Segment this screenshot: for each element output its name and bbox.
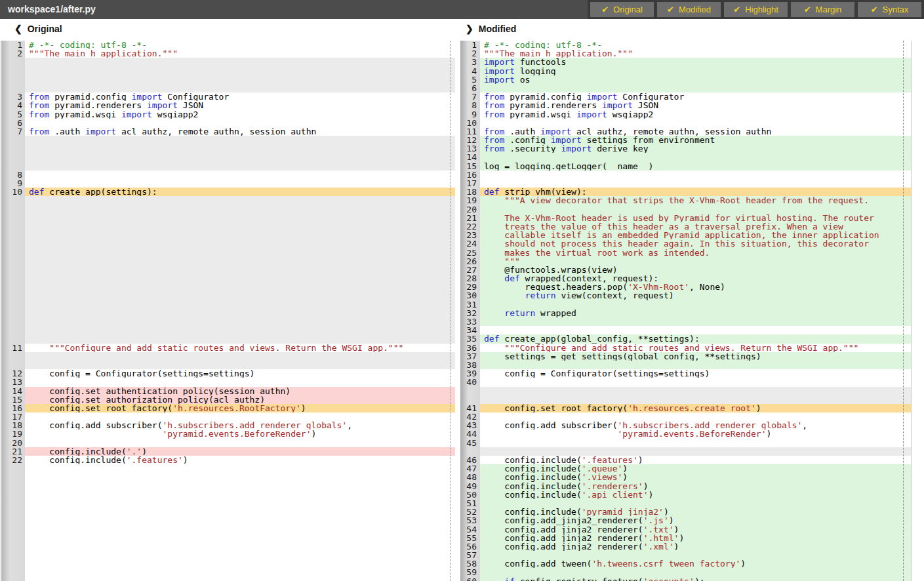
code-row: 52 config.include('pyramid_jinja2') bbox=[460, 508, 911, 516]
toggle-highlight-button[interactable]: ✔Highlight bbox=[724, 2, 788, 17]
line-number: 13 bbox=[0, 378, 25, 386]
code-line bbox=[480, 84, 911, 92]
code-row: 16 bbox=[460, 170, 911, 179]
code-row: 59 bbox=[460, 568, 911, 576]
line-number bbox=[0, 464, 25, 473]
original-pane-header: ❮Original bbox=[14, 24, 62, 34]
line-number bbox=[0, 326, 25, 334]
line-number bbox=[0, 525, 25, 534]
code-line: import functools bbox=[480, 58, 911, 66]
code-line bbox=[25, 231, 455, 239]
line-number bbox=[0, 491, 25, 499]
code-row bbox=[0, 326, 455, 334]
code-line bbox=[25, 257, 455, 266]
code-row bbox=[0, 205, 455, 214]
code-row: 15 config.set_authorization_policy(acl_a… bbox=[0, 395, 455, 404]
code-line bbox=[25, 508, 455, 516]
code-row: 19 'pyramid.events.BeforeRender') bbox=[0, 430, 455, 438]
code-row bbox=[0, 491, 455, 499]
window-title: workspace1/after.py bbox=[0, 0, 96, 19]
code-row bbox=[0, 473, 455, 481]
code-line: from pyramid.wsgi import wsgiapp2 bbox=[25, 110, 455, 119]
code-line bbox=[25, 291, 455, 300]
code-line: from pyramid.wsgi import wsgiapp2 bbox=[480, 110, 911, 119]
code-line bbox=[25, 153, 455, 161]
code-row: 12 config = Configurator(settings=settin… bbox=[0, 369, 455, 378]
code-line: config.include('pyramid_jinja2') bbox=[480, 508, 911, 516]
toggle-margin-button[interactable]: ✔Margin bbox=[791, 2, 854, 17]
code-line: config.add_jinja2_renderer('.html') bbox=[480, 534, 911, 542]
line-number: 6 bbox=[460, 84, 480, 92]
code-row bbox=[0, 84, 455, 92]
toggle-syntax-button[interactable]: ✔Syntax bbox=[858, 2, 921, 17]
code-row: 6 bbox=[0, 119, 455, 127]
code-row: 42 bbox=[460, 412, 911, 421]
code-row: 8from pyramid.renderers import JSON bbox=[460, 101, 911, 110]
code-row: 19 """A view decorator that strips the X… bbox=[460, 196, 911, 205]
line-number: 60 bbox=[460, 577, 480, 581]
code-row: 24 should not process this header again.… bbox=[460, 239, 911, 248]
code-row bbox=[0, 239, 455, 248]
code-line: from .security import derive_key bbox=[480, 144, 911, 153]
line-number: 2 bbox=[0, 49, 25, 58]
code-line: def strip_vhm(view): bbox=[480, 188, 911, 196]
code-row: 14 bbox=[460, 153, 911, 161]
diff-body: 1# -*- coding: utf-8 -*-2"""The main h a… bbox=[0, 41, 924, 581]
code-line: config.include('.') bbox=[25, 447, 455, 456]
line-number bbox=[0, 266, 25, 274]
line-number: 10 bbox=[460, 119, 480, 127]
modified-pane-label: Modified bbox=[479, 24, 517, 34]
toggle-button-label: Syntax bbox=[883, 5, 909, 14]
toggle-modified-button[interactable]: ✔Modified bbox=[657, 2, 721, 17]
diff-viewer-window: workspace1/after.py ✔Original✔Modified✔H… bbox=[0, 0, 924, 581]
code-line: """The main h application.""" bbox=[480, 49, 911, 58]
code-row bbox=[0, 464, 455, 473]
line-number bbox=[0, 144, 25, 153]
check-icon: ✔ bbox=[667, 5, 674, 14]
line-number: 59 bbox=[460, 568, 480, 576]
code-line bbox=[25, 144, 455, 153]
line-number bbox=[0, 239, 25, 248]
line-number: 4 bbox=[460, 67, 480, 75]
code-line: config.set_root_factory('h.resources.cre… bbox=[480, 404, 911, 412]
code-row bbox=[0, 334, 455, 343]
line-number bbox=[0, 568, 25, 576]
code-row: 39 config = Configurator(settings=settin… bbox=[460, 369, 911, 378]
code-row bbox=[0, 222, 455, 231]
code-line: """A view decorator that strips the X-Vh… bbox=[480, 196, 911, 205]
line-number: 21 bbox=[460, 214, 480, 222]
line-number bbox=[0, 249, 25, 257]
code-row: 34 bbox=[460, 326, 911, 334]
code-row bbox=[0, 75, 455, 84]
code-line bbox=[480, 551, 911, 559]
code-row: 22 config.include('.features') bbox=[0, 456, 455, 464]
code-line: """ bbox=[480, 257, 911, 266]
line-number bbox=[0, 75, 25, 84]
code-row: 11 """Configure and add static routes an… bbox=[0, 344, 455, 352]
code-row: 4from pyramid.renderers import JSON bbox=[0, 101, 455, 110]
code-line bbox=[25, 499, 455, 508]
code-line: config = Configurator(settings=settings) bbox=[25, 369, 455, 378]
code-line bbox=[25, 136, 455, 144]
code-line: from .config import settings_from_enviro… bbox=[480, 136, 911, 144]
code-line bbox=[25, 300, 455, 309]
code-row bbox=[0, 534, 455, 542]
line-number bbox=[0, 559, 25, 568]
code-line: config.add_subscriber('h.subscribers.add… bbox=[25, 421, 455, 430]
code-row bbox=[0, 482, 455, 491]
code-line: 'pyramid.events.BeforeRender') bbox=[480, 430, 911, 438]
title-bar: workspace1/after.py ✔Original✔Modified✔H… bbox=[0, 0, 924, 19]
line-number bbox=[460, 387, 480, 395]
code-line: config = Configurator(settings=settings) bbox=[480, 369, 911, 378]
line-number: 5 bbox=[460, 75, 480, 84]
code-line bbox=[25, 577, 455, 581]
toggle-original-button[interactable]: ✔Original bbox=[590, 2, 654, 17]
modified-pane[interactable]: 1# -*- coding: utf-8 -*-2"""The main h a… bbox=[460, 41, 912, 581]
line-number: 48 bbox=[460, 473, 480, 481]
code-row bbox=[0, 300, 455, 309]
code-line bbox=[480, 412, 911, 421]
code-row bbox=[0, 352, 455, 361]
code-row: 41 config.set_root_factory('h.resources.… bbox=[460, 404, 911, 412]
code-row: 29 request.headers.pop('X-Vhm-Root', Non… bbox=[460, 283, 911, 291]
original-pane[interactable]: 1# -*- coding: utf-8 -*-2"""The main h a… bbox=[0, 41, 455, 581]
